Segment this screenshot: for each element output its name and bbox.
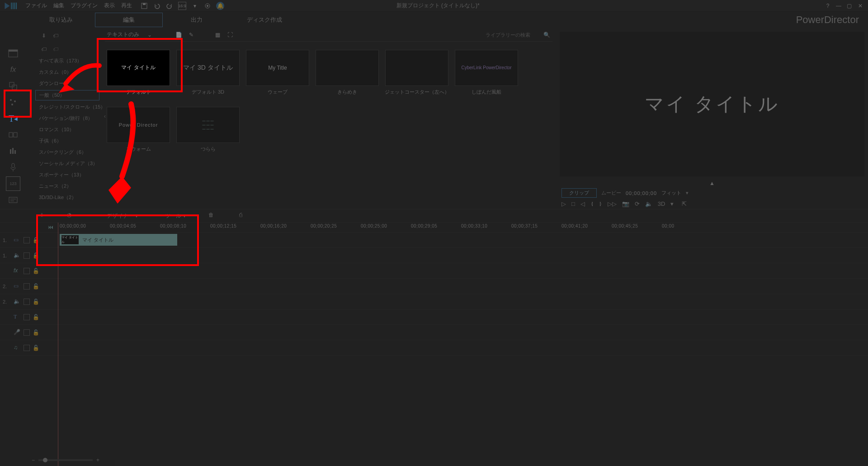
track-visible-checkbox[interactable] [24, 345, 30, 351]
trash-icon[interactable]: 🗑 [208, 212, 217, 220]
timeline-track-a2[interactable] [58, 294, 868, 309]
tag-icon[interactable]: 🏷 [52, 32, 60, 40]
timeline-ruler[interactable]: 00;00;00;00 00;00;04;05 00;00;08;10 00;0… [58, 223, 868, 233]
play-icon[interactable]: ▷ [561, 200, 566, 207]
popout-icon[interactable]: ⇱ [682, 200, 687, 207]
expand-icon[interactable]: ⛶ [226, 31, 234, 39]
collapse-icon[interactable]: ⦀ [41, 212, 49, 220]
particle-room-icon[interactable] [6, 95, 20, 109]
playhead[interactable] [58, 223, 58, 466]
tab-produce[interactable]: 出力 [163, 13, 231, 27]
cat-sporty[interactable]: スポーティー（13） [35, 170, 99, 180]
settings-gear-icon[interactable] [203, 2, 212, 10]
timeline-track-fx[interactable] [58, 263, 868, 279]
thumb-icicle[interactable]: — — —— — —— — — つらら [175, 102, 241, 157]
undo-icon[interactable] [153, 2, 161, 10]
timeline-track-v1[interactable]: マイ タイトル マイ タイトル [58, 233, 868, 248]
close-icon[interactable]: ✕ [856, 2, 864, 10]
cat-news[interactable]: ニュース（2） [35, 181, 99, 191]
track-visible-checkbox[interactable] [24, 314, 30, 320]
lock-icon[interactable]: 🔓 [33, 329, 39, 336]
menu-plugin[interactable]: プラグイン [71, 2, 98, 10]
scroll-left-icon[interactable]: ‹ [104, 113, 106, 119]
lock-icon[interactable]: 🔓 [33, 345, 39, 351]
step-fwd-icon[interactable]: ⦊ [599, 200, 602, 207]
notification-bell-icon[interactable]: 🔔 [216, 2, 224, 10]
thumb-sparkle[interactable]: きらめき [314, 45, 381, 100]
menu-edit[interactable]: 編集 [53, 2, 64, 10]
clock-icon[interactable]: ◔ [67, 212, 75, 220]
transition-room-icon[interactable] [6, 128, 20, 142]
loop-icon[interactable]: ⟳ [635, 200, 640, 207]
media-room-icon[interactable] [6, 46, 20, 61]
lock-icon[interactable]: 🔓 [33, 299, 39, 305]
timeline-track-title[interactable] [58, 309, 868, 325]
maximize-icon[interactable]: ▢ [845, 2, 854, 10]
preview-3d-toggle[interactable]: 3D [658, 200, 665, 207]
cat-sparkling[interactable]: スパークリング（6） [35, 147, 99, 157]
stop-icon[interactable]: □ [571, 200, 575, 207]
preview-zoom-fit[interactable]: フィット [661, 190, 681, 196]
menu-view[interactable]: 表示 [104, 2, 115, 10]
track-visible-checkbox[interactable] [24, 252, 30, 259]
cat-custom[interactable]: カスタム（0） [35, 67, 99, 77]
split-icon[interactable]: ⎙ [239, 212, 247, 220]
new-title-icon[interactable]: 📄 [175, 31, 183, 39]
search-icon[interactable]: 🔍 [542, 31, 551, 39]
volume-icon[interactable]: 🔈 [645, 200, 652, 207]
timeline-track-v2[interactable] [58, 279, 868, 294]
search-input[interactable] [486, 32, 540, 38]
aspect-ratio-icon[interactable]: 16:9 [178, 2, 186, 10]
chevron-down-icon[interactable]: ▾ [670, 200, 674, 207]
cat-social[interactable]: ソーシャル メディア（3） [35, 159, 99, 168]
lock-icon[interactable]: 🔓 [33, 252, 39, 259]
cat-3d[interactable]: 3D/3D-Like（2） [35, 193, 99, 202]
save-icon[interactable] [140, 2, 148, 10]
cat-download[interactable]: ダウンロード [35, 79, 99, 88]
pip-room-icon[interactable] [6, 79, 20, 93]
redo-icon[interactable] [165, 2, 174, 10]
track-visible-checkbox[interactable] [24, 283, 30, 290]
thumb-wave[interactable]: My Title ウェーブ [244, 45, 311, 100]
cat-credit[interactable]: クレジット/スクロール（15） [35, 102, 99, 112]
cat-romance[interactable]: ロマンス（10） [35, 125, 99, 134]
thumb-balloon[interactable]: CyberLink PowerDirector しぼんだ風船 [453, 45, 520, 100]
chevron-down-icon[interactable]: ▾ [191, 2, 199, 10]
zoom-out-icon[interactable]: − [32, 457, 35, 463]
library-filter-dropdown[interactable]: テキストのみ ⌄ [107, 31, 152, 38]
track-visible-checkbox[interactable] [24, 299, 30, 305]
tag-add-icon[interactable]: 🏷 [40, 45, 48, 53]
cat-vacation[interactable]: バケーション/旅行（8） [35, 114, 99, 123]
thumb-default[interactable]: マイ タイトル デフォルト [105, 45, 172, 100]
timeline-clip-title[interactable]: マイ タイトル マイ タイトル [60, 234, 177, 246]
minimize-icon[interactable]: — [835, 2, 843, 10]
chapter-icon[interactable]: 123 [6, 176, 20, 191]
track-visible-checkbox[interactable] [24, 329, 30, 336]
timeline-track-music[interactable] [58, 340, 868, 356]
audio-mix-icon[interactable] [6, 144, 20, 158]
menu-play[interactable]: 再生 [121, 2, 132, 10]
cat-general[interactable]: 一般（50） [35, 90, 99, 100]
zoom-slider[interactable] [38, 459, 93, 461]
preview-mode-clip[interactable]: クリップ [561, 188, 597, 198]
help-icon[interactable]: ? [824, 2, 832, 10]
lock-icon[interactable]: 🔓 [33, 283, 39, 290]
thumb-swarm[interactable]: Power Director スウォーム [105, 102, 172, 157]
goto-start-icon[interactable]: ⏮ [48, 224, 55, 231]
thumb-jetcoaster[interactable]: ジェットコースター（左へ） [383, 45, 450, 100]
import-icon[interactable]: ⬇ [40, 32, 48, 40]
edit-title-icon[interactable]: ✎ [187, 31, 195, 39]
timeline-track-a1[interactable] [58, 248, 868, 263]
lock-icon[interactable]: 🔓 [33, 314, 39, 320]
track-visible-checkbox[interactable] [24, 237, 30, 243]
timeline-body[interactable]: 00;00;00;00 00;00;04;05 00;00;08;10 00;0… [58, 223, 868, 466]
grid-view-icon[interactable]: ▦ [213, 31, 222, 39]
designer-dropdown[interactable]: デザイナー ▾ [107, 212, 138, 220]
thumb-default-3d[interactable]: マイ 3D タイトル デフォルト 3D [175, 45, 241, 100]
tab-edit[interactable]: 編集 [95, 13, 163, 27]
tool-dropdown[interactable]: ツール ▾ [165, 212, 185, 220]
subtitle-icon[interactable] [6, 193, 20, 207]
prev-frame-icon[interactable]: ◁ [580, 200, 585, 207]
preview-mode-movie[interactable]: ムービー [601, 190, 621, 196]
snapshot-icon[interactable]: 📷 [622, 200, 629, 207]
